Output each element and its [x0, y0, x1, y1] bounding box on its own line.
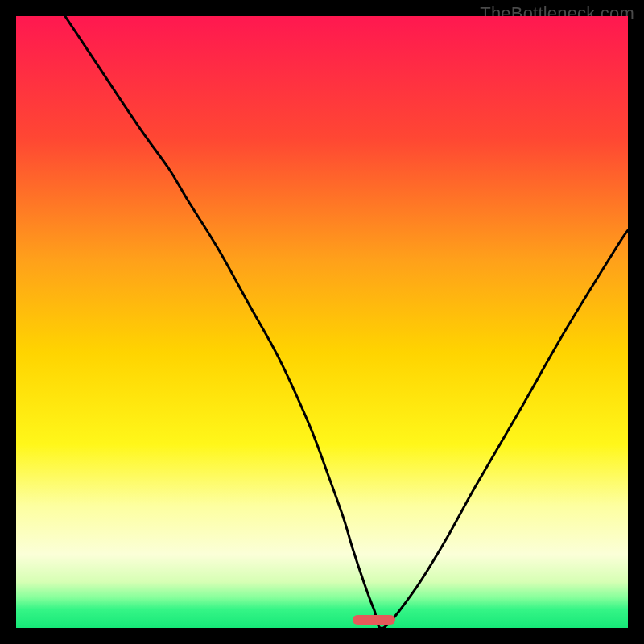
bottleneck-curve [65, 16, 628, 628]
plot-area [16, 16, 628, 628]
chart-frame: TheBottleneck.com [0, 0, 644, 644]
curve-layer [16, 16, 628, 628]
optimal-range-marker [353, 615, 395, 625]
